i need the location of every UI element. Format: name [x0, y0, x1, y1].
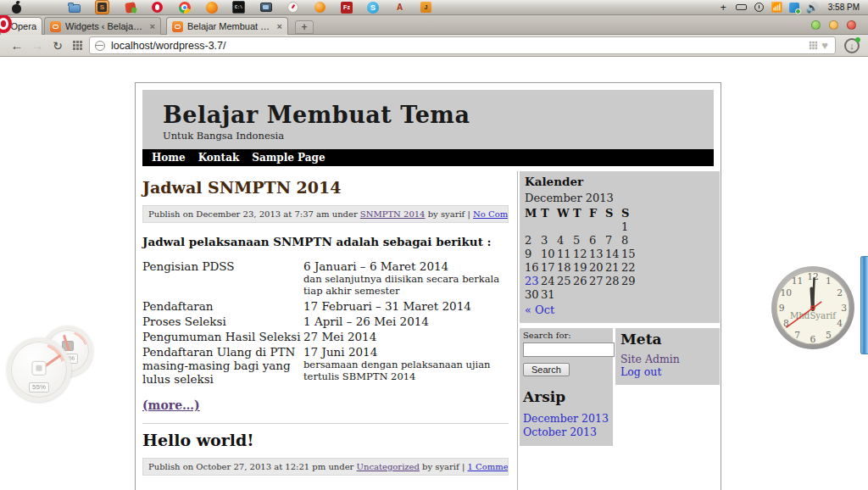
calendar-day: 21 [605, 260, 621, 274]
tray-add-icon[interactable]: + [718, 2, 729, 13]
clock-face: 12 1 2 3 4 5 6 7 8 9 10 11 MhdSyarif [770, 264, 856, 351]
category-link[interactable]: Uncategorized [357, 462, 420, 471]
url-field[interactable]: localhost/wordpress-3.7/ ♥ [89, 36, 836, 54]
filezilla-icon[interactable]: Fz [341, 2, 353, 14]
reload-button[interactable]: ↻ [47, 39, 68, 53]
archive-link-october-2013[interactable]: October 2013 [523, 426, 609, 438]
window-zoom-button[interactable] [811, 20, 821, 30]
window-close-button[interactable] [847, 20, 856, 30]
schedule-date: 17 Februari – 31 Maret 2014 [303, 299, 509, 313]
site-title[interactable]: Belajar Membuat Tema [163, 102, 714, 128]
schedule-note: bersamaan dengan pelaksanaan ujian tertu… [303, 359, 509, 383]
apple-icon[interactable] [10, 1, 23, 14]
search-button[interactable]: Search [523, 363, 570, 376]
svg-text:11: 11 [792, 276, 804, 287]
nav-item-home[interactable]: Home [152, 152, 186, 164]
dropbox-icon[interactable] [789, 2, 800, 13]
firefox-icon[interactable] [205, 1, 218, 14]
sidebar-widget-row: Search for: Search Arsip December 2013Oc… [520, 328, 720, 446]
svg-text:7: 7 [794, 330, 800, 341]
site-container: Belajar Membuat Tema Untuk Bangsa Indone… [135, 82, 721, 490]
volume-icon[interactable]: 🔊 [807, 2, 818, 13]
nav-item-sample-page[interactable]: Sample Page [252, 152, 325, 164]
calendar-prev-month-link[interactable]: « Oct [525, 303, 715, 316]
calendar-week-row: 1 [525, 220, 637, 233]
jdownloader-icon[interactable]: J [420, 2, 431, 13]
schedule-date: 17 Juni 2014 [303, 345, 509, 359]
schedule-row: Pendaftaran Ulang di PTN masing-masing b… [142, 344, 509, 387]
heart-icon[interactable]: ♥ [821, 39, 828, 52]
tab-close-icon[interactable]: × [277, 21, 282, 31]
schedule-row: Pendaftaran17 Februari – 31 Maret 2014 [142, 298, 509, 314]
sidebar: Kalender December 2013 MTWTFSS 123456789… [518, 171, 720, 490]
dock-icons: S C:\ Fz S A J [0, 0, 431, 14]
media-player-icon[interactable] [259, 1, 272, 14]
net-gauge-icon[interactable] [287, 1, 299, 14]
more-link[interactable]: (more…) [142, 398, 200, 412]
comments-link[interactable]: 1 Comments » [467, 462, 509, 471]
sublime-text-icon[interactable]: S [95, 0, 109, 14]
schedule-date: 1 April – 26 Mei 2014 [303, 315, 509, 328]
terminal-icon[interactable]: C:\ [232, 1, 245, 14]
schedule-label: Pendaftaran [142, 298, 303, 314]
window-controls [811, 20, 856, 30]
opera-menu-button[interactable]: Opera [0, 17, 42, 35]
browser-viewport: Belajar Membuat Tema Untuk Bangsa Indone… [0, 57, 868, 490]
new-tab-button[interactable]: + [295, 20, 314, 34]
calendar-day-header: S [621, 207, 637, 220]
calendar-day-23-link[interactable]: 23 [525, 274, 541, 287]
window-minimize-button[interactable] [829, 20, 838, 30]
opera-app-icon[interactable] [151, 1, 164, 14]
site-tagline: Untuk Bangsa Indonesia [163, 130, 714, 142]
chrome-icon[interactable] [178, 1, 191, 14]
svg-text:3: 3 [841, 303, 847, 314]
archive-link-december-2013[interactable]: December 2013 [523, 412, 609, 425]
search-input[interactable] [523, 342, 615, 357]
bookmark-grid-icon[interactable] [810, 42, 817, 49]
tab-close-icon[interactable]: × [150, 21, 155, 31]
folder-icon[interactable] [68, 1, 81, 14]
svg-text:1: 1 [826, 276, 832, 287]
calendar-week-row: 16171819202122 [525, 260, 637, 274]
analog-clock-gadget: 12 1 2 3 4 5 6 7 8 9 10 11 MhdSyarif [770, 264, 856, 351]
category-link[interactable]: SNMPTN 2014 [360, 209, 426, 219]
minute-hand [813, 278, 815, 309]
url-text[interactable]: localhost/wordpress-3.7/ [111, 40, 804, 52]
calendar-day: 2 [525, 233, 541, 247]
search-archive-widget: Search for: Search Arsip December 2013Oc… [520, 328, 613, 446]
calendar-week-row: 2345678 [525, 233, 637, 247]
calendar-day-headers: MTWTFSS [525, 207, 637, 220]
calendar-day [589, 220, 605, 233]
calendar-day-header: F [589, 207, 605, 220]
calendar-day-header: T [573, 207, 589, 220]
xampp-icon[interactable] [124, 1, 136, 14]
site-badge-icon[interactable] [95, 41, 105, 51]
back-button[interactable]: ← [7, 38, 27, 53]
calendar-day [589, 287, 605, 301]
tab-belajar-membuat-tema[interactable]: Belajar Membuat Tema × [166, 17, 288, 35]
skype-icon[interactable]: S [367, 2, 379, 14]
orange-app-icon[interactable] [314, 1, 326, 14]
tab-widgets[interactable]: Widgets ‹ Belajar Membu × [44, 17, 161, 35]
tray-time[interactable]: 3:58 PM [825, 3, 860, 12]
wifi-icon[interactable]: 📶 [771, 2, 782, 13]
post-title-link[interactable]: Jadwal SNMPTN 2014 [142, 178, 509, 197]
update-download-icon[interactable]: ↓ [844, 38, 860, 53]
calendar-day [525, 220, 541, 233]
comments-link[interactable]: No Comments » [473, 209, 509, 219]
speed-dial-grid-icon[interactable] [73, 41, 82, 50]
meta-link-site-admin[interactable]: Site Admin [620, 353, 715, 365]
schedule-value: 6 Januari – 6 Maret 2014dan selanjutnya … [303, 259, 509, 298]
calendar-week-row: 23242526272829 [525, 274, 637, 287]
tray-clock-icon[interactable] [754, 2, 765, 13]
post-title-link[interactable]: Hello world! [142, 431, 509, 449]
cpu-meter-gadget: 70% 55% [3, 326, 101, 393]
autodesk-icon[interactable]: A [393, 1, 406, 14]
calendar-day: 8 [621, 233, 637, 247]
forward-button[interactable]: → [27, 38, 47, 53]
nav-item-kontak[interactable]: Kontak [198, 152, 240, 164]
battery-icon[interactable] [736, 2, 747, 13]
calendar-day [605, 287, 621, 301]
browser-address-bar: ← → ↻ localhost/wordpress-3.7/ ♥ ↓ [0, 35, 868, 57]
meta-link-log-out[interactable]: Log out [620, 365, 715, 378]
